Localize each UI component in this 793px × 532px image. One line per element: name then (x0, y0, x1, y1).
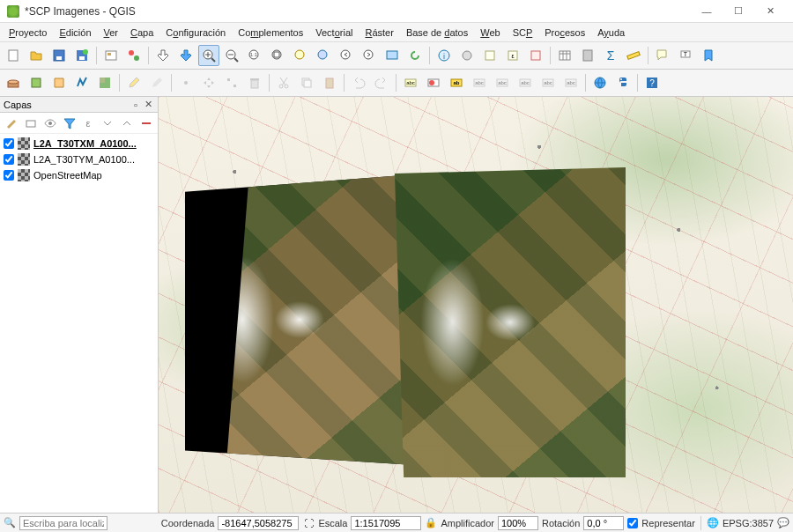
pin-labels-button[interactable]: abc (469, 72, 490, 93)
manage-visibility-button[interactable] (41, 115, 59, 132)
save-project-button[interactable] (48, 45, 70, 66)
menu-complementos[interactable]: Complementos (233, 26, 308, 40)
zoom-layer-button[interactable] (313, 45, 334, 66)
scale-input[interactable] (351, 516, 421, 530)
amp-input[interactable] (498, 516, 538, 530)
select-by-value-button[interactable]: ε (502, 45, 523, 66)
layers-panel-header[interactable]: Capas ▫ ✕ (0, 97, 158, 113)
metasearch-button[interactable] (589, 72, 611, 93)
new-project-button[interactable] (3, 45, 24, 66)
node-tool-button[interactable] (221, 72, 242, 93)
new-shapefile-button[interactable] (48, 72, 70, 93)
copy-button[interactable] (296, 72, 317, 93)
data-source-manager-button[interactable] (3, 72, 24, 93)
pan-to-selection-button[interactable] (175, 45, 196, 66)
field-calculator-button[interactable] (577, 45, 598, 66)
zoom-native-button[interactable]: 1:1 (244, 45, 265, 66)
deselect-button[interactable] (525, 45, 546, 66)
add-raster-button[interactable] (94, 72, 115, 93)
hide-labels-button[interactable]: abc (492, 72, 513, 93)
delete-selected-button[interactable] (244, 72, 265, 93)
paste-button[interactable] (319, 72, 340, 93)
python-console-button[interactable] (612, 72, 634, 93)
filter-by-expression-button[interactable]: ε (80, 115, 98, 132)
close-button[interactable]: ✕ (754, 0, 786, 22)
undock-icon[interactable]: ▫ (130, 99, 142, 111)
add-feature-button[interactable] (175, 72, 196, 93)
zoom-out-button[interactable] (221, 45, 242, 66)
map-tips-button[interactable] (652, 45, 673, 66)
statistics-button[interactable]: Σ (600, 45, 621, 66)
render-checkbox[interactable] (627, 518, 638, 528)
toggle-editing-button[interactable] (123, 72, 145, 93)
menu-proyecto[interactable]: Proyecto (4, 26, 52, 40)
identify-button[interactable]: i (434, 45, 455, 66)
remove-layer-button[interactable] (137, 115, 155, 132)
close-panel-icon[interactable]: ✕ (142, 99, 154, 111)
layer-visibility-checkbox[interactable] (4, 170, 14, 181)
filter-legend-button[interactable] (61, 115, 78, 132)
crs-label[interactable]: EPSG:3857 (723, 518, 774, 528)
label-settings-button[interactable]: abc (400, 72, 421, 93)
move-label-button[interactable]: abc (515, 72, 536, 93)
collapse-all-button[interactable] (118, 115, 136, 132)
layer-style-button[interactable] (3, 115, 20, 132)
maximize-button[interactable]: ☐ (723, 0, 754, 22)
layer-item[interactable]: L2A_T30TYM_A0100... (0, 151, 158, 167)
menu-ver[interactable]: Ver (99, 26, 124, 40)
change-label-button[interactable]: abc (560, 72, 582, 93)
menu-configuracion[interactable]: Configuración (160, 26, 231, 40)
zoom-full-button[interactable] (267, 45, 288, 66)
add-vector-button[interactable] (71, 72, 93, 93)
rotate-label-button[interactable]: abc (537, 72, 559, 93)
annotation-button[interactable]: T (675, 45, 696, 66)
redo-button[interactable] (371, 72, 392, 93)
help-button[interactable]: ? (641, 72, 663, 93)
expand-all-button[interactable] (99, 115, 116, 132)
zoom-next-button[interactable] (359, 45, 380, 66)
diagram-button[interactable] (423, 72, 444, 93)
crs-icon[interactable]: 🌐 (707, 517, 719, 529)
extents-icon[interactable]: ⛶ (302, 517, 315, 529)
save-edits-button[interactable] (146, 72, 167, 93)
attribute-table-button[interactable] (554, 45, 575, 66)
measure-button[interactable] (623, 45, 644, 66)
zoom-selection-button[interactable] (290, 45, 311, 66)
move-feature-button[interactable] (198, 72, 219, 93)
lock-scale-icon[interactable]: 🔒 (425, 517, 437, 529)
new-geopackage-button[interactable] (26, 72, 47, 93)
menu-base-de-datos[interactable]: Base de datos (401, 26, 473, 40)
pan-button[interactable] (152, 45, 174, 66)
style-manager-button[interactable] (123, 45, 145, 66)
minimize-button[interactable]: — (691, 0, 723, 22)
menu-raster[interactable]: Ráster (359, 26, 398, 40)
menu-vectorial[interactable]: Vectorial (310, 26, 358, 40)
layer-visibility-checkbox[interactable] (4, 138, 14, 149)
menu-scp[interactable]: SCP (508, 26, 538, 40)
menu-capa[interactable]: Capa (125, 26, 159, 40)
layout-manager-button[interactable] (100, 45, 122, 66)
new-map-view-button[interactable] (382, 45, 403, 66)
bookmarks-button[interactable] (698, 45, 719, 66)
map-canvas[interactable] (159, 97, 793, 513)
layer-visibility-checkbox[interactable] (4, 154, 14, 165)
menu-procesos[interactable]: Procesos (539, 26, 590, 40)
action-button[interactable] (456, 45, 478, 66)
menu-ayuda[interactable]: Ayuda (592, 26, 630, 40)
zoom-in-button[interactable] (198, 45, 219, 66)
menu-web[interactable]: Web (475, 26, 505, 40)
save-as-button[interactable] (71, 45, 93, 66)
rot-input[interactable] (583, 516, 624, 530)
show-labels-button[interactable]: ab (446, 72, 467, 93)
locator-input[interactable] (19, 516, 107, 530)
menu-edicion[interactable]: Edición (54, 26, 96, 40)
undo-button[interactable] (348, 72, 369, 93)
refresh-button[interactable] (404, 45, 426, 66)
open-project-button[interactable] (26, 45, 47, 66)
messages-icon[interactable]: 💬 (777, 517, 789, 529)
select-features-button[interactable] (479, 45, 500, 66)
cut-button[interactable] (273, 72, 294, 93)
add-group-button[interactable] (22, 115, 40, 132)
zoom-last-button[interactable] (336, 45, 357, 66)
layer-item[interactable]: L2A_T30TXM_A0100... (0, 136, 158, 151)
